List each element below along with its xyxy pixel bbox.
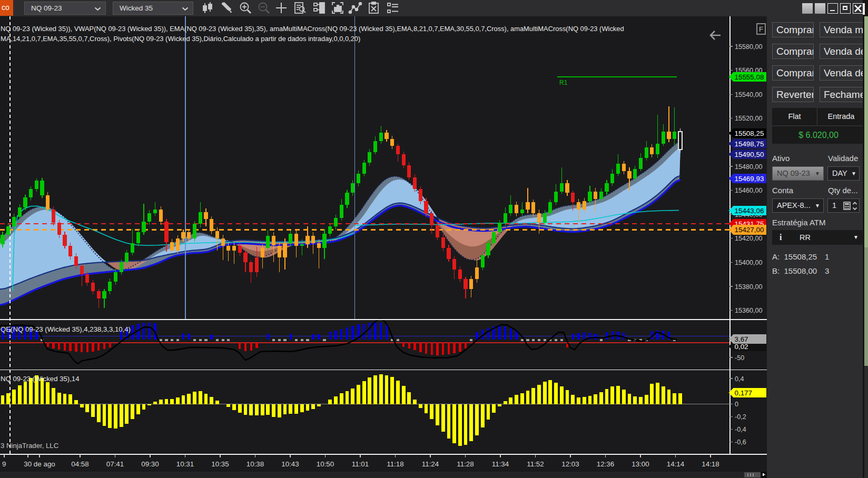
- svg-text:0,177: 0,177: [735, 389, 753, 397]
- svg-text:F: F: [759, 25, 763, 33]
- svg-text:0: 0: [735, 401, 738, 408]
- svg-text:04:58: 04:58: [71, 460, 89, 468]
- svg-text:3 NinjaTrader, LLC: 3 NinjaTrader, LLC: [1, 442, 59, 450]
- svg-text:11:01: 11:01: [352, 460, 369, 468]
- svg-text:15460,00: 15460,00: [735, 187, 763, 194]
- svg-text:15540,00: 15540,00: [735, 91, 763, 98]
- svg-text:11:28: 11:28: [457, 460, 474, 468]
- svg-text:07:41: 07:41: [106, 460, 124, 468]
- svg-text:NQ 09-23 (Wicked 35)), VWAP(NQ: NQ 09-23 (Wicked 35)), VWAP(NQ 09-23 (Wi…: [1, 25, 624, 33]
- svg-text:15427,00: 15427,00: [735, 226, 764, 234]
- svg-text:-50: -50: [735, 354, 744, 362]
- svg-text:15555,08: 15555,08: [735, 73, 764, 81]
- svg-text:10:50: 10:50: [317, 460, 334, 468]
- svg-text:12:36: 12:36: [597, 460, 615, 468]
- svg-text:QE(NQ 09-23 (Wicked 35),4,238,: QE(NQ 09-23 (Wicked 35),4,238,3,3,10,4): [1, 325, 131, 333]
- svg-text:09:30: 09:30: [141, 460, 159, 468]
- svg-text:15498,75: 15498,75: [735, 140, 764, 148]
- svg-text:NQ 09-23 (Wicked 35),14: NQ 09-23 (Wicked 35),14: [1, 375, 80, 383]
- svg-text:10:38: 10:38: [246, 460, 264, 468]
- svg-text:MA,14,21,0,7,EMA,35,55,0,7,Cro: MA,14,21,0,7,EMA,35,55,0,7,Cross), Pivot…: [1, 35, 360, 43]
- svg-text:11:34: 11:34: [492, 460, 509, 468]
- svg-text:0,4: 0,4: [735, 375, 744, 383]
- svg-text:11:52: 11:52: [527, 460, 544, 468]
- svg-text:11:18: 11:18: [387, 460, 404, 468]
- svg-text:30 de ago: 30 de ago: [24, 460, 55, 468]
- svg-text:15443,06: 15443,06: [735, 207, 764, 215]
- svg-text:11:24: 11:24: [422, 460, 439, 468]
- svg-text:15360,00: 15360,00: [735, 307, 763, 314]
- svg-text:15380,00: 15380,00: [735, 283, 763, 291]
- svg-text:14:14: 14:14: [667, 460, 685, 468]
- svg-text:-0,4: -0,4: [735, 426, 746, 433]
- svg-text:-0,6: -0,6: [735, 439, 746, 446]
- svg-text:15400,00: 15400,00: [735, 259, 763, 266]
- svg-text:12:03: 12:03: [561, 460, 579, 468]
- svg-text:10:43: 10:43: [281, 460, 299, 468]
- svg-text:10:35: 10:35: [211, 460, 229, 468]
- svg-text:15480,00: 15480,00: [735, 163, 763, 171]
- svg-text:-0,2: -0,2: [735, 413, 746, 421]
- svg-text:3,67: 3,67: [735, 335, 748, 343]
- svg-text:15520,00: 15520,00: [735, 115, 763, 122]
- svg-text:15490,50: 15490,50: [735, 151, 764, 158]
- svg-text:15469,93: 15469,93: [735, 175, 764, 183]
- svg-text:15580,00: 15580,00: [735, 43, 763, 51]
- svg-text:R1: R1: [559, 79, 568, 86]
- svg-text:15420,00: 15420,00: [735, 235, 763, 242]
- svg-text:13:00: 13:00: [632, 460, 649, 468]
- svg-text:14:18: 14:18: [702, 460, 719, 468]
- svg-text:9: 9: [2, 460, 6, 468]
- svg-text:10:31: 10:31: [176, 460, 194, 468]
- svg-text:15508,25: 15508,25: [735, 130, 764, 137]
